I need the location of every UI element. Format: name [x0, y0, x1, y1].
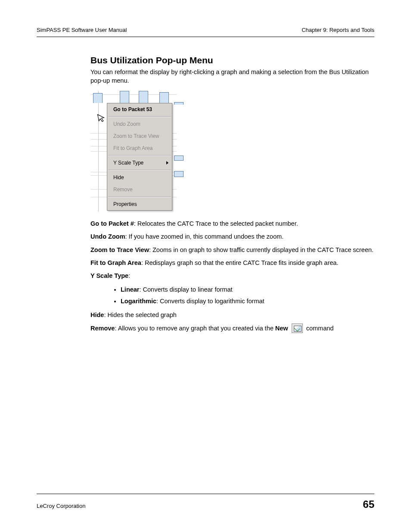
menu-zoom-to-trace[interactable]: Zoom to Trace View — [107, 130, 172, 142]
menu-y-scale-label: Y Scale Type — [113, 160, 143, 166]
submenu-arrow-icon — [166, 161, 168, 165]
def-remove-text-pre: : Allows you to remove any graph that yo… — [115, 325, 275, 332]
def-undo-label: Undo Zoom — [90, 233, 125, 240]
bullet-linear: Linear: Converts display to linear forma… — [121, 285, 374, 295]
def-hide-label: Hide — [90, 311, 104, 318]
def-goto: Go to Packet #: Relocates the CATC Trace… — [90, 219, 374, 228]
def-fit: Fit to Graph Area: Redisplays graph so t… — [90, 258, 374, 267]
menu-properties[interactable]: Properties — [107, 198, 172, 210]
def-undo: Undo Zoom: If you have zoomed in, this c… — [90, 232, 374, 241]
def-goto-label: Go to Packet # — [90, 220, 134, 227]
context-menu: Go to Packet 53 Undo Zoom Zoom to Trace … — [107, 103, 172, 211]
def-hide-text: : Hides the selected graph — [104, 311, 176, 318]
menu-go-to-packet[interactable]: Go to Packet 53 — [107, 103, 172, 115]
def-zoom-label: Zoom to Trace View — [90, 246, 149, 253]
page-header: SimPASS PE Software User Manual Chapter … — [37, 27, 374, 37]
def-hide: Hide: Hides the selected graph — [90, 311, 374, 319]
yscale-bullets: Linear: Converts display to linear forma… — [90, 285, 374, 306]
def-fit-label: Fit to Graph Area — [90, 259, 141, 266]
def-yscale-label: Y Scale Type — [90, 272, 128, 279]
bullet-logarithmic: Logarithmic: Converts display to logarit… — [121, 296, 374, 306]
header-right: Chapter 9: Reports and Tools — [302, 27, 374, 33]
definitions: Go to Packet #: Relocates the CATC Trace… — [90, 219, 374, 333]
footer-company: LeCroy Corporation — [37, 503, 85, 509]
section-title: Bus Utilization Pop-up Menu — [90, 55, 374, 65]
def-remove: Remove: Allows you to remove any graph t… — [90, 324, 374, 333]
def-undo-text: : If you have zoomed in, this command un… — [125, 233, 284, 240]
header-left: SimPASS PE Software User Manual — [37, 27, 127, 33]
def-goto-text: : Relocates the CATC Trace to the select… — [134, 220, 298, 227]
bullet-log-label: Logarithmic — [121, 298, 156, 305]
def-zoom: Zoom to Trace View: Zooms in on graph to… — [90, 246, 374, 254]
menu-separator — [108, 170, 171, 171]
def-yscale: Y Scale Type: — [90, 271, 374, 280]
def-remove-new: New — [275, 325, 288, 332]
def-remove-label: Remove — [90, 325, 115, 332]
menu-undo-zoom[interactable]: Undo Zoom — [107, 118, 172, 130]
menu-separator — [108, 196, 171, 197]
def-fit-text: : Redisplays graph so that the entire CA… — [141, 259, 339, 266]
page-footer: LeCroy Corporation 65 — [37, 494, 374, 510]
menu-separator — [108, 116, 171, 117]
menu-remove[interactable]: Remove — [107, 184, 172, 196]
bullet-log-text: : Converts display to logarithmic format — [156, 298, 265, 305]
def-remove-text-post: command — [306, 325, 334, 332]
section-intro: You can reformat the display by right-cl… — [90, 68, 374, 85]
menu-fit-to-graph[interactable]: Fit to Graph Area — [107, 142, 172, 154]
def-zoom-text: : Zooms in on graph to show traffic curr… — [149, 246, 374, 253]
menu-separator — [108, 155, 171, 156]
new-graph-icon — [292, 324, 303, 333]
popup-menu-figure: Go to Packet 53 Undo Zoom Zoom to Trace … — [90, 91, 177, 212]
menu-hide[interactable]: Hide — [107, 171, 172, 184]
bullet-linear-text: : Converts display to linear format — [140, 286, 233, 293]
menu-y-scale-type[interactable]: Y Scale Type — [107, 157, 172, 169]
def-yscale-colon: : — [128, 272, 130, 279]
page-number: 65 — [363, 498, 374, 510]
content-area: Bus Utilization Pop-up Menu You can refo… — [90, 55, 374, 333]
bullet-linear-label: Linear — [121, 286, 140, 293]
